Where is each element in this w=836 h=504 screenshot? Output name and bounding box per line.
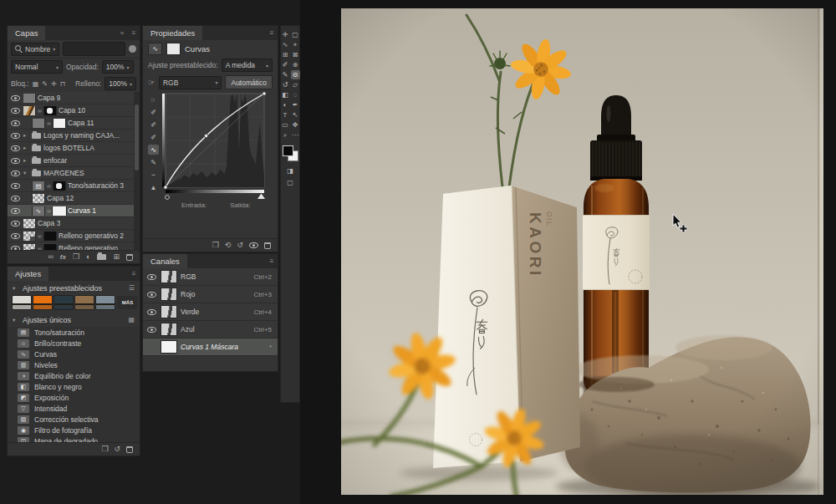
smooth-curve-tool[interactable]: ⌣: [148, 170, 159, 180]
foreground-color-swatch[interactable]: [283, 145, 293, 156]
channel-row[interactable]: VerdeCtrl+4: [143, 303, 278, 321]
color-swatches[interactable]: [283, 145, 298, 161]
white-point-slider[interactable]: [257, 194, 265, 200]
delete-icon[interactable]: [264, 242, 271, 249]
brush-tool[interactable]: ✎: [281, 70, 290, 79]
visibility-toggle-icon[interactable]: [11, 120, 20, 126]
visibility-toggle-icon[interactable]: [11, 208, 20, 214]
visibility-toggle-icon[interactable]: [11, 108, 20, 114]
adjustment-item[interactable]: ◑Equilibrio de color: [8, 370, 140, 381]
delete-icon[interactable]: [126, 446, 133, 453]
targeted-adjustment-tool[interactable]: ☞: [148, 94, 159, 104]
white-point-eyedropper[interactable]: ✐: [148, 132, 159, 142]
pen-tool[interactable]: ✒: [291, 100, 300, 109]
visibility-cell[interactable]: [146, 309, 157, 315]
visibility-cell[interactable]: [146, 327, 157, 333]
layer-effects-icon[interactable]: fx: [60, 253, 66, 261]
visibility-toggle-icon[interactable]: [147, 327, 156, 333]
new-group-icon[interactable]: [97, 254, 106, 260]
frame-tool[interactable]: ⊠: [291, 50, 300, 59]
adjustment-item[interactable]: ◫Mapa de degradado: [8, 435, 140, 442]
pencil-curve-tool[interactable]: ✎: [148, 157, 159, 167]
type-tool[interactable]: T: [281, 110, 290, 120]
channel-select[interactable]: RGB ▾: [159, 76, 222, 89]
adjustment-item[interactable]: ◩Exposición: [8, 392, 140, 403]
adjustment-preset-thumbnail[interactable]: [33, 296, 52, 309]
visibility-toggle-icon[interactable]: [11, 246, 20, 251]
layer-row[interactable]: ▤∞Tono/saturación 3: [8, 180, 140, 192]
adjustment-preset-thumbnail[interactable]: [75, 296, 94, 309]
lock-position-icon[interactable]: ✛: [51, 80, 57, 88]
visibility-toggle-icon[interactable]: [11, 133, 20, 139]
layer-row[interactable]: ▾MARGENES: [8, 167, 140, 180]
clone-stamp-tool[interactable]: ⊙: [291, 70, 300, 79]
panel-menu-icon[interactable]: ≡: [128, 267, 140, 281]
new-adjustment-icon[interactable]: ◐: [86, 253, 90, 261]
black-point-slider[interactable]: [166, 196, 170, 200]
eyedropper-tool[interactable]: ✐: [281, 60, 290, 69]
preset-select[interactable]: A medida ▾: [222, 59, 273, 72]
adjustment-item[interactable]: ▤Tono/saturación: [8, 327, 140, 338]
layer-row[interactable]: ▸logos BOTELLA: [8, 142, 140, 155]
history-brush-tool[interactable]: ↺: [281, 80, 290, 89]
fill-select[interactable]: 100% ▾: [104, 77, 136, 90]
opacity-select[interactable]: 100% ▾: [102, 60, 134, 74]
layer-row[interactable]: ∞Capa 10: [8, 104, 140, 117]
adjustment-item[interactable]: ▧Corrección selectiva: [8, 414, 140, 425]
caret-icon[interactable]: ▸: [23, 132, 29, 139]
crop-tool[interactable]: ⊞: [281, 50, 290, 59]
marquee-tool[interactable]: ▢: [291, 30, 300, 39]
blur-tool[interactable]: ◌: [291, 90, 300, 99]
tab-propiedades[interactable]: Propiedades: [143, 26, 202, 40]
visibility-toggle-icon[interactable]: [11, 171, 20, 176]
curves-graph[interactable]: [162, 92, 273, 201]
move-tool[interactable]: ✛: [281, 30, 290, 39]
mask-thumbnail-icon[interactable]: [166, 43, 181, 55]
caret-icon[interactable]: ▾: [23, 170, 29, 176]
presets-section-header[interactable]: ▾ Ajustes preestablecidos ☰: [8, 281, 140, 295]
curve-point-tool[interactable]: ∿: [148, 145, 159, 155]
tab-canales[interactable]: Canales: [143, 254, 187, 268]
visibility-toggle-icon[interactable]: [11, 145, 20, 151]
edit-toolbar[interactable]: ⋯: [291, 130, 300, 140]
eraser-tool[interactable]: ▱: [291, 80, 300, 89]
channel-row[interactable]: Curvas 1 Máscara*: [143, 339, 278, 356]
auto-button[interactable]: Automático: [225, 75, 273, 89]
reset-icon[interactable]: ↺: [237, 242, 243, 249]
adjustment-item[interactable]: ▥Niveles: [8, 359, 140, 370]
zoom-tool[interactable]: ⌕: [281, 130, 290, 140]
tab-ajustes[interactable]: Ajustes: [8, 267, 48, 281]
layer-row[interactable]: Capa 3: [8, 217, 140, 230]
gradient-tool[interactable]: ◧: [281, 90, 290, 99]
black-point-eyedropper[interactable]: ✐: [148, 107, 159, 117]
adjustment-item[interactable]: ▽Intensidad: [8, 403, 140, 414]
lock-transparency-icon[interactable]: ▦: [33, 80, 39, 88]
visibility-toggle-icon[interactable]: [11, 196, 20, 201]
clip-to-layer-icon[interactable]: ❒: [101, 445, 108, 453]
panel-menu-icon[interactable]: ≡: [266, 254, 278, 268]
link-layers-icon[interactable]: ∞: [48, 253, 53, 261]
canvas-document[interactable]: KAORI OIL: [341, 8, 823, 495]
filter-type-select[interactable]: Nombre ▾: [11, 43, 59, 56]
hand-tool[interactable]: ✥: [291, 120, 300, 130]
channel-row[interactable]: RojoCtrl+3: [143, 286, 278, 303]
healing-brush-tool[interactable]: ⊕: [291, 60, 300, 69]
shape-tool[interactable]: ▭: [281, 120, 290, 130]
channel-row[interactable]: RGBCtrl+2: [143, 268, 278, 286]
filter-toggle-icon[interactable]: [129, 45, 136, 53]
adjustment-preset-thumbnail[interactable]: [13, 296, 31, 309]
previous-state-icon[interactable]: ⟲: [225, 242, 232, 249]
layer-row[interactable]: ▸Logos y naming CAJA...: [8, 130, 140, 142]
histogram-clip-icon[interactable]: ▲: [148, 182, 159, 192]
delete-layer-icon[interactable]: [126, 254, 133, 261]
grid-view-icon[interactable]: ▦: [128, 316, 135, 323]
panel-menu-icon[interactable]: ≡: [266, 26, 278, 40]
curve-point[interactable]: [204, 134, 207, 137]
channel-row[interactable]: AzulCtrl+5: [143, 321, 278, 339]
reset-icon[interactable]: ↺: [114, 445, 120, 453]
layer-row[interactable]: ∿∞Curvas 1: [8, 205, 140, 217]
adjustment-item[interactable]: ◉Filtro de fotografía: [8, 425, 140, 435]
layer-row[interactable]: ▸enfocar: [8, 155, 140, 167]
lasso-tool[interactable]: ∿: [281, 40, 290, 49]
visibility-toggle-icon[interactable]: [147, 292, 156, 298]
